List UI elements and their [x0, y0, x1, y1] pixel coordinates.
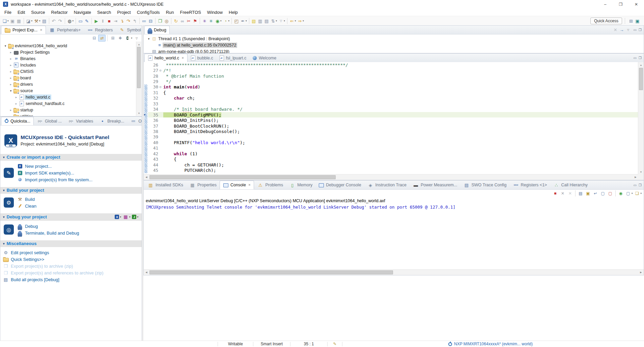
code-line-26[interactable]: 26 *************************************… — [144, 62, 638, 68]
dropdown-caret-icon[interactable]: ▾ — [137, 216, 138, 218]
tree-item-source[interactable]: ▾source — [0, 87, 142, 94]
profile-icon[interactable]: ◍ — [67, 18, 73, 24]
jlink-probe-icon[interactable]: J — [132, 215, 136, 219]
tab-fsl-lpuart-c[interactable]: fsl_lpuart.c — [216, 54, 249, 62]
scroll-down-icon[interactable]: ▼ — [638, 169, 644, 175]
link-build-all-projects-debug[interactable]: ▤Build all projects [Debug] — [3, 276, 104, 283]
tab-memory[interactable]: ▯Memory — [286, 181, 315, 189]
open-perspective-icon[interactable]: ⊞ — [628, 18, 634, 24]
code-line-38[interactable]: 38 BOARD_InitDebugConsole(); — [144, 129, 638, 134]
tab-peripherals[interactable]: ▦Peripherals+ — [46, 26, 84, 34]
maximize-button[interactable]: ❐ — [613, 0, 628, 8]
dropdown-caret-icon[interactable]: ▾ — [640, 192, 642, 195]
tab-quicksta[interactable]: Quicksta... — [1, 117, 34, 125]
section-header[interactable]: ▾Create or import a project — [0, 154, 142, 161]
link-new-project[interactable]: XNew project... — [17, 163, 92, 169]
console-hscrollbar[interactable]: ◀ ▶ — [144, 269, 644, 275]
code-line-30[interactable]: 30⊖int main(void) — [144, 84, 638, 90]
annotation-ruler[interactable] — [144, 96, 148, 101]
word-wrap-icon[interactable]: ↵ — [592, 190, 599, 196]
status-target[interactable]: NXP MIMXRT1064xxxxA* (evkmim... world) — [448, 342, 644, 346]
forward-icon[interactable]: ⇒ — [297, 18, 303, 24]
link-import-project-s-from-file-system[interactable]: Import project(s) from file system... — [17, 176, 92, 183]
chevron-down-icon[interactable]: ▾ — [146, 37, 151, 41]
fold-marker-icon[interactable]: ⊖ — [158, 85, 163, 89]
code-line-37[interactable]: 37 BOARD_BootClockRUN(); — [144, 123, 638, 129]
minimize-view-icon[interactable]: ▭ — [634, 56, 637, 60]
view-menu-icon[interactable]: ▽ — [133, 35, 140, 41]
maximize-view-icon[interactable]: ❒ — [639, 28, 642, 32]
menu-window[interactable]: Window — [204, 9, 226, 16]
scroll-lock-icon[interactable]: ▣ — [585, 190, 591, 196]
clear-console-icon[interactable]: ▤ — [577, 190, 584, 196]
chevron-down-icon[interactable]: ▾ — [3, 189, 5, 192]
annotation-ruler[interactable] — [144, 156, 148, 162]
annotation-ruler[interactable] — [144, 123, 148, 129]
tab-symbol-vie[interactable]: ✎Symbol Vie... — [116, 26, 142, 34]
tree-item-main-at-hello-world-c-35-0x70002572[interactable]: ≡main() at hello_world.c:35 0x70002572 — [144, 42, 644, 48]
sort-icon[interactable]: ⇅ — [270, 18, 276, 24]
code-line-36[interactable]: 36 BOARD_InitPins(); — [144, 117, 638, 123]
annotation-ruler[interactable] — [144, 145, 148, 151]
tab-swo-trace-config[interactable]: ▤SWO Trace Config — [460, 181, 509, 189]
tree-item-includes[interactable]: ▸Includes — [0, 62, 142, 68]
scroll-right-icon[interactable]: ▶ — [638, 270, 644, 275]
pin-console-icon[interactable]: ◉ — [617, 190, 624, 196]
tree-item-drivers[interactable]: ▸drivers — [0, 81, 142, 87]
link-import-sdk-example-s[interactable]: XImport SDK example(s)... — [17, 169, 92, 176]
chevron-right-icon[interactable]: ▸ — [14, 102, 19, 105]
dropdown-caret-icon[interactable]: ▾ — [295, 20, 296, 22]
maximize-view-icon[interactable]: ❒ — [639, 183, 642, 187]
dropdown-caret-icon[interactable]: ▾ — [129, 216, 131, 218]
tree-item-cmsis[interactable]: ▸CMSIS — [0, 68, 142, 75]
dropdown-caret-icon[interactable]: ▾ — [39, 20, 40, 22]
code-line-35[interactable]: ▶35 BOARD_ConfigMPU(); — [144, 112, 638, 117]
tab-registers[interactable]: 1010Registers — [84, 26, 116, 34]
suspend-icon[interactable]: ‖ — [100, 18, 106, 24]
dropdown-caret-icon[interactable]: ▾ — [7, 20, 9, 22]
section-header[interactable]: ▾Miscellaneous — [0, 240, 142, 247]
select-working-set-icon[interactable]: ⊞ — [109, 35, 116, 41]
show-disassembly-icon[interactable]: ⊟ — [148, 18, 153, 24]
tree-item-semihost-hardfault-c[interactable]: ▸semihost_hardfault.c — [0, 100, 142, 107]
chevron-right-icon[interactable]: ▸ — [14, 96, 19, 99]
tab-welcome[interactable]: Welcome — [249, 54, 279, 62]
code-line-40[interactable]: 40 PRINTF("hello world.\r\n"); — [144, 140, 638, 145]
tree-item-board[interactable]: ▸board — [0, 75, 142, 81]
pemicro-probe-icon[interactable]: ▦ — [123, 214, 129, 220]
annotation-ruler[interactable] — [144, 84, 148, 90]
sdk-package-icon[interactable]: ◰ — [233, 18, 239, 24]
refresh-view-icon[interactable]: ❖ — [117, 35, 123, 41]
cut-icon[interactable]: ✂ — [186, 18, 192, 24]
annotation-ruler[interactable] — [144, 107, 148, 112]
code-line-44[interactable]: 44 ch = GETCHAR(); — [144, 162, 638, 167]
refresh-icon[interactable]: ↻ — [173, 18, 179, 24]
menu-navigate[interactable]: Navigate — [71, 9, 94, 16]
show-stdout-icon[interactable]: ▢ — [599, 190, 606, 196]
section-header[interactable]: ▾Debug your projectX▾▦▾J▾ — [0, 213, 142, 221]
tab-breakp[interactable]: ●Breakp... — [96, 117, 127, 125]
chevron-down-icon[interactable]: ▾ — [3, 44, 8, 48]
tab-hello-world-c[interactable]: hello_world.c✕ — [144, 54, 188, 62]
dropdown-caret-icon[interactable]: ▾ — [120, 216, 121, 218]
quick-access-button[interactable]: Quick Access — [590, 18, 622, 24]
link-build[interactable]: ⚒Build — [17, 196, 36, 203]
tab-global[interactable]: (x)=Global ... — [34, 117, 65, 125]
annotation-ruler[interactable] — [144, 79, 148, 84]
link-clean[interactable]: Clean — [17, 203, 36, 209]
menu-project[interactable]: Project — [114, 9, 134, 16]
display-console-icon[interactable]: ▢ — [625, 190, 632, 196]
tab-properties[interactable]: ▦Properties — [186, 181, 220, 189]
search-icon[interactable]: ◎ — [164, 18, 169, 24]
dropdown-caret-icon[interactable]: ▾ — [276, 20, 277, 22]
coverage-icon[interactable]: ◔ — [223, 18, 228, 24]
scroll-down-icon[interactable]: ▼ — [136, 110, 142, 116]
back-icon[interactable]: ⇐ — [289, 18, 295, 24]
link-resources-icon[interactable]: ∞ — [179, 18, 185, 24]
chevron-right-icon[interactable]: ▸ — [8, 70, 13, 73]
code-line-45[interactable]: 45 PUTCHAR(ch); — [144, 167, 638, 173]
columns-icon[interactable]: ▤ — [264, 18, 270, 24]
terminate-icon[interactable]: ■ — [106, 18, 112, 24]
pencil-icon[interactable]: ✎ — [332, 341, 338, 347]
tree-item-evkmimxrt1064-hello-world[interactable]: ▾evkmimxrt1064_hello_world — [0, 43, 142, 49]
